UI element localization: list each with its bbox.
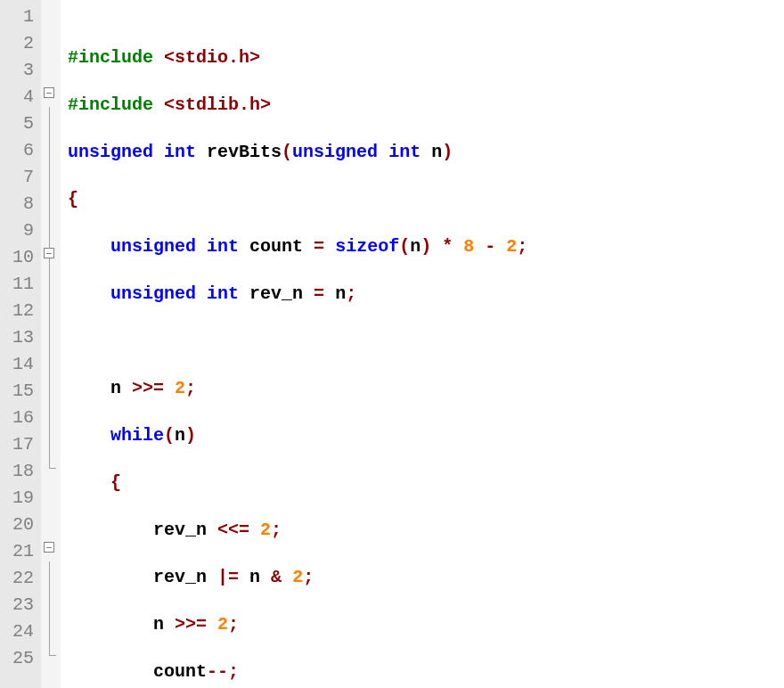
line-number: 21 [4, 538, 34, 565]
line-number: 13 [4, 324, 34, 351]
line-number: 16 [4, 405, 34, 431]
line-number: 24 [4, 618, 34, 645]
line-number: 8 [4, 191, 34, 217]
code-line[interactable]: rev_n <<= 2; [68, 517, 784, 544]
line-number: 19 [4, 485, 34, 512]
code-line[interactable]: n >>= 2; [68, 611, 784, 638]
code-line[interactable]: #include <stdio.h> [68, 45, 784, 71]
line-number-gutter: 1 2 3 4 5 6 7 8 9 10 11 12 13 14 15 16 1… [0, 0, 41, 688]
line-number: 4 [4, 84, 34, 111]
line-number: 5 [4, 111, 34, 137]
code-line[interactable]: { [68, 186, 784, 213]
line-number: 12 [4, 298, 34, 324]
line-number: 17 [4, 431, 34, 458]
line-number: 14 [4, 351, 34, 378]
fold-toggle-icon[interactable] [44, 542, 54, 553]
line-number: 23 [4, 592, 34, 618]
code-line[interactable]: n >>= 2; [68, 375, 784, 402]
code-line[interactable]: unsigned int count = sizeof(n) * 8 - 2; [68, 233, 784, 260]
fold-toggle-icon[interactable] [44, 87, 54, 98]
line-number: 20 [4, 512, 34, 538]
line-number: 10 [4, 244, 34, 271]
line-number: 9 [4, 217, 34, 244]
line-number: 18 [4, 458, 34, 485]
code-editor[interactable]: 1 2 3 4 5 6 7 8 9 10 11 12 13 14 15 16 1… [0, 0, 784, 688]
code-line[interactable]: while(n) [68, 422, 784, 449]
fold-toggle-icon[interactable] [44, 248, 54, 258]
code-area[interactable]: #include <stdio.h> #include <stdlib.h> u… [61, 0, 784, 688]
line-number: 25 [4, 645, 34, 672]
line-number: 7 [4, 164, 34, 191]
line-number: 2 [4, 30, 34, 57]
line-number: 11 [4, 271, 34, 298]
line-number: 1 [4, 4, 34, 30]
code-line[interactable]: #include <stdlib.h> [68, 92, 784, 119]
code-line[interactable]: rev_n |= n & 2; [68, 564, 784, 591]
code-line[interactable]: count--; [68, 659, 784, 685]
line-number: 22 [4, 565, 34, 592]
code-line[interactable]: unsigned int revBits(unsigned int n) [68, 139, 784, 166]
line-number: 6 [4, 137, 34, 164]
code-line[interactable] [68, 328, 784, 355]
code-line[interactable]: { [68, 470, 784, 496]
fold-gutter [41, 0, 61, 688]
line-number: 15 [4, 378, 34, 405]
code-line[interactable]: unsigned int rev_n = n; [68, 281, 784, 307]
line-number: 3 [4, 57, 34, 84]
